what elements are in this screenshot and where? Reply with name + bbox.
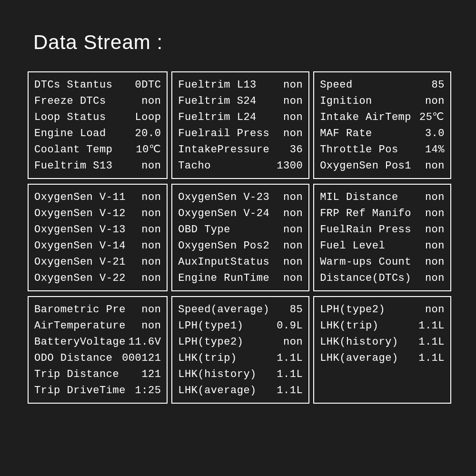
data-value: non [280, 189, 303, 206]
data-label: Tacho [178, 158, 211, 174]
data-value: 121 [139, 367, 161, 383]
data-label: LHK(trip) [178, 350, 237, 367]
data-row: Warm-ups Countnon [320, 254, 445, 270]
data-value: 1.1L [416, 334, 445, 350]
data-value: non [280, 222, 303, 238]
data-row: OxygenSen V-12non [34, 206, 161, 222]
data-row: FRP Ref Manifonon [320, 206, 445, 222]
data-label: Barometric Pre [34, 302, 126, 318]
data-label: LHK(average) [178, 383, 256, 399]
data-label: Trip Distance [34, 367, 119, 383]
data-row: LHK(history)1.1L [178, 367, 303, 383]
data-label: OxygenSen V-12 [34, 206, 126, 222]
data-label: AuxInputStatus [178, 254, 269, 270]
data-label: OxygenSen V-11 [34, 189, 126, 206]
data-row: OxygenSen V-21non [34, 254, 161, 270]
data-row: IntakePressure36 [178, 142, 303, 158]
data-value: 0DTC [132, 77, 161, 93]
data-label: FRP Ref Manifo [320, 206, 411, 222]
data-value: 1.1L [274, 367, 303, 383]
data-label: OxygenSen Pos1 [320, 158, 411, 174]
data-label: OxygenSen V-22 [34, 270, 126, 287]
data-label: AirTemperature [34, 318, 126, 334]
data-row: Fueltrim S24non [178, 93, 303, 109]
data-label: Intake AirTemp [320, 109, 411, 126]
data-value: non [422, 222, 445, 238]
data-value: non [280, 77, 303, 93]
data-value: non [139, 254, 161, 270]
data-value: non [139, 93, 161, 109]
data-panel: Speed(average)85LPH(type1)0.9LLPH(type2)… [171, 296, 309, 404]
data-value: Loop [132, 109, 161, 126]
data-value: 1300 [274, 158, 303, 174]
data-label: DTCs Stantus [34, 77, 112, 93]
data-row: LHK(average)1.1L [320, 350, 445, 367]
data-row: Ignitionnon [320, 93, 445, 109]
data-label: Warm-ups Count [320, 254, 411, 270]
data-label: LPH(type2) [178, 334, 243, 350]
data-row: DTCs Stantus0DTC [34, 77, 161, 93]
data-value: non [422, 254, 445, 270]
data-label: MIL Distance [320, 189, 398, 206]
data-panel: MIL DistancenonFRP Ref ManifononFuelRain… [313, 184, 451, 291]
data-label: LHK(average) [320, 350, 398, 367]
data-row: LHK(trip)1.1L [320, 318, 445, 334]
data-row: Tacho1300 [178, 158, 303, 174]
data-value: non [422, 302, 445, 318]
data-row: Intake AirTemp25℃ [320, 109, 445, 126]
data-row: Freeze DTCsnon [34, 93, 161, 109]
data-value: non [280, 270, 303, 287]
data-row: BatteryVoltage11.6V [34, 334, 161, 350]
data-value: non [422, 206, 445, 222]
data-label: LHK(trip) [320, 318, 378, 334]
data-value: 11.6V [126, 334, 161, 350]
data-value: 0.9L [274, 318, 303, 334]
data-row: OxygenSen V-22non [34, 270, 161, 287]
data-value: non [280, 109, 303, 126]
data-row: LPH(type2)non [178, 334, 303, 350]
data-row: LHK(trip)1.1L [178, 350, 303, 367]
data-label: OxygenSen V-24 [178, 206, 269, 222]
data-value: non [139, 302, 161, 318]
data-row: Trip DriveTime1:25 [34, 383, 161, 399]
data-value: 1.1L [416, 350, 445, 367]
data-row: OxygenSen V-13non [34, 222, 161, 238]
data-value: non [139, 318, 161, 334]
data-label: MAF Rate [320, 126, 372, 142]
data-row: OxygenSen V-14non [34, 238, 161, 254]
data-label: Trip DriveTime [34, 383, 126, 399]
page-title: Data Stream : [33, 31, 163, 54]
data-label: IntakePressure [178, 142, 269, 158]
data-value: 1.1L [274, 350, 303, 367]
data-row: MAF Rate3.0 [320, 126, 445, 142]
data-panel: DTCs Stantus0DTCFreeze DTCsnonLoop Statu… [28, 71, 168, 179]
data-label: OxygenSen Pos2 [178, 238, 269, 254]
data-row: Throttle Pos14% [320, 142, 445, 158]
data-value: 85 [287, 302, 303, 318]
data-row: Coolant Temp10℃ [34, 142, 161, 158]
data-row: LPH(type1)0.9L [178, 318, 303, 334]
data-panel: OxygenSen V-23nonOxygenSen V-24nonOBD Ty… [171, 184, 309, 291]
data-label: Engine Load [34, 126, 106, 142]
data-label: Fuelrail Press [178, 126, 269, 142]
data-value: non [139, 158, 161, 174]
data-row: Distance(DTCs)non [320, 270, 445, 287]
data-row: OxygenSen V-23non [178, 189, 303, 206]
data-value: 3.0 [422, 126, 445, 142]
data-row: Loop StatusLoop [34, 109, 161, 126]
data-value: 1.1L [274, 383, 303, 399]
data-row: OxygenSen Pos2non [178, 238, 303, 254]
data-value: 1.1L [416, 318, 445, 334]
data-value: non [139, 270, 161, 287]
data-value: non [422, 158, 445, 174]
data-row: Engine RunTimenon [178, 270, 303, 287]
data-label: Fueltrim L24 [178, 109, 256, 126]
data-label: OxygenSen V-23 [178, 189, 269, 206]
data-value: non [280, 206, 303, 222]
data-value: non [422, 189, 445, 206]
data-value: non [280, 126, 303, 142]
data-label: LPH(type1) [178, 318, 243, 334]
data-value: 36 [287, 142, 303, 158]
data-stream-grid: DTCs Stantus0DTCFreeze DTCsnonLoop Statu… [28, 71, 451, 404]
data-row: LPH(type2)non [320, 302, 445, 318]
